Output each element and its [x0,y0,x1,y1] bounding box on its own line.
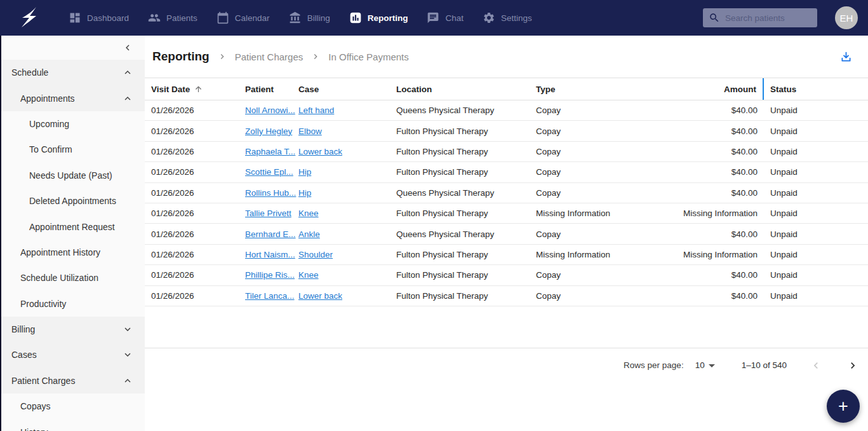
cell-type: Copay [536,167,682,177]
sidebar-item-deleted-appointments[interactable]: Deleted Appointments [1,188,145,214]
nav-item-patients[interactable]: Patients [148,11,197,24]
cell-patient-link[interactable]: Zolly Hegley [245,127,292,136]
sidebar-item-upcoming[interactable]: Upcoming [1,111,145,137]
column-header-label: Visit Date [151,85,190,94]
column-header-case[interactable]: Case [298,78,396,100]
sidebar-item-appointment-history[interactable]: Appointment History [1,240,145,265]
column-header-amount[interactable]: Amount [682,78,764,100]
cell-patient-link[interactable]: Bernhard E... [245,229,296,239]
sidebar-item-schedule[interactable]: Schedule [1,60,145,85]
cell-patient-link[interactable]: Phillipe Ris... [245,270,295,280]
chevron-up-icon[interactable] [122,375,133,387]
nav-item-billing[interactable]: Billing [289,11,330,24]
nav-item-reporting[interactable]: Reporting [349,11,408,24]
cell-patient-link[interactable]: Scottie Epl... [245,167,293,177]
chevron-up-icon[interactable] [122,93,133,104]
cell-patient: Scottie Epl... [245,167,298,177]
cell-patient: Noll Arnowi... [245,106,298,115]
search-box[interactable] [703,8,817,27]
column-header-status[interactable]: Status [764,78,868,100]
rows-per-page-select[interactable]: 10 [695,360,715,370]
cell-patient: Tallie Privett [245,209,298,218]
dashboard-icon [69,11,81,24]
cell-case-link[interactable]: Left hand [298,106,334,115]
cell-status: Unpaid [764,147,868,156]
cell-case-link[interactable]: Shoulder [298,250,333,259]
sidebar-item-label: Copays [20,401,50,411]
nav-item-dashboard[interactable]: Dashboard [69,11,129,24]
cell-case-link[interactable]: Hip [298,188,311,198]
cell-case: Knee [298,209,396,218]
breadcrumb: ReportingPatient ChargesIn Office Paymen… [145,36,868,78]
column-header-patient[interactable]: Patient [245,78,298,100]
sidebar-item-cases[interactable]: Cases [1,342,145,367]
nav-item-chat[interactable]: Chat [427,11,464,24]
cell-patient: Phillipe Ris... [245,270,298,280]
sidebar-item-label: Upcoming [29,119,69,129]
cell-case-link[interactable]: Knee [298,270,319,280]
breadcrumb-link-in-office-payments[interactable]: In Office Payments [328,51,408,62]
cell-case-link[interactable]: Elbow [298,127,322,136]
cell-patient-link[interactable]: Tallie Privett [245,209,291,218]
breadcrumb-link-patient-charges[interactable]: Patient Charges [235,51,304,62]
column-header-type[interactable]: Type [536,78,682,100]
cell-case-link[interactable]: Lower back [298,147,342,156]
page-title: Reporting [152,50,210,64]
cell-visit-date: 01/26/2026 [151,270,245,280]
patients-icon [148,11,161,24]
chevron-down-icon[interactable] [122,324,133,335]
nav-item-settings[interactable]: Settings [483,11,532,24]
cell-status: Unpaid [764,250,868,259]
column-header-label: Status [770,85,796,94]
previous-page-button[interactable] [808,358,824,373]
cell-case-link[interactable]: Ankle [298,229,320,239]
sidebar-item-productivity[interactable]: Productivity [1,291,145,317]
sidebar-item-label: History [20,427,48,431]
sidebar-item-to-confirm[interactable]: To Confirm [1,137,145,162]
column-header-visit-date[interactable]: Visit Date [151,78,245,100]
nav-item-label: Calendar [235,13,270,23]
cell-patient-link[interactable]: Raphaela T... [245,147,295,156]
cell-location: Fulton Physical Therapy [396,209,536,218]
download-button[interactable] [837,48,855,66]
search-input[interactable] [725,13,811,23]
cell-patient-link[interactable]: Rollins Hub... [245,188,296,198]
sidebar-item-patient-charges[interactable]: Patient Charges [1,368,145,393]
sidebar-item-label: Patient Charges [11,376,75,386]
cell-amount: $40.00 [682,229,764,239]
cell-type: Copay [536,229,682,239]
sidebar-item-appointments[interactable]: Appointments [1,85,145,111]
user-avatar[interactable]: EH [835,6,858,29]
chevron-down-icon[interactable] [122,349,133,360]
nav-item-calendar[interactable]: Calendar [217,11,270,24]
next-page-button[interactable] [845,358,860,373]
add-button[interactable]: + [827,390,860,423]
sidebar-item-schedule-utilization[interactable]: Schedule Utilization [1,265,145,291]
cell-case: Lower back [298,147,396,156]
cell-case-link[interactable]: Knee [298,209,319,218]
sidebar-item-appointment-request[interactable]: Appointment Request [1,214,145,239]
chevron-right-icon [217,51,227,62]
sidebar-item-billing[interactable]: Billing [1,317,145,342]
chevron-up-icon[interactable] [122,67,133,78]
sidebar-item-history[interactable]: History [1,419,145,431]
sidebar-collapse-icon[interactable] [122,42,133,53]
cell-case-link[interactable]: Hip [298,167,311,177]
settings-icon [483,11,495,24]
cell-patient-link[interactable]: Tiler Lanca... [245,291,295,301]
download-icon [839,50,853,64]
sidebar-item-needs-update-past[interactable]: Needs Update (Past) [1,163,145,188]
sidebar-item-label: Deleted Appointments [29,196,116,206]
cell-case: Hip [298,188,396,198]
column-header-label: Location [396,85,432,94]
table-row: 01/26/2026Rollins Hub...HipQueens Physic… [145,183,868,203]
table-header-row: Visit DatePatientCaseLocationTypeAmountS… [145,78,868,100]
cell-case-link[interactable]: Lower back [298,291,342,301]
cell-patient-link[interactable]: Hort Naism... [245,250,295,259]
column-header-location[interactable]: Location [396,78,536,100]
cell-visit-date: 01/26/2026 [151,147,245,156]
cell-case: Elbow [298,127,396,136]
cell-patient-link[interactable]: Noll Arnowi... [245,106,295,115]
cell-type: Copay [536,147,682,156]
sidebar-item-copays[interactable]: Copays [1,393,145,419]
